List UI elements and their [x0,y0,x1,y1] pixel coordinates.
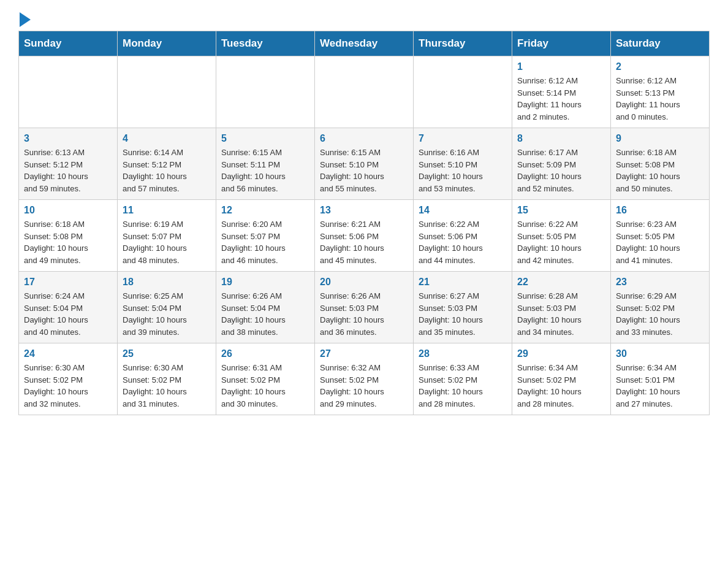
calendar-cell: 12Sunrise: 6:20 AM Sunset: 5:07 PM Dayli… [216,200,315,272]
day-info: Sunrise: 6:20 AM Sunset: 5:07 PM Dayligh… [221,218,309,266]
day-info: Sunrise: 6:28 AM Sunset: 5:03 PM Dayligh… [517,290,605,338]
calendar-cell: 20Sunrise: 6:26 AM Sunset: 5:03 PM Dayli… [315,272,414,343]
calendar-week-4: 17Sunrise: 6:24 AM Sunset: 5:04 PM Dayli… [19,272,710,343]
calendar-table: SundayMondayTuesdayWednesdayThursdayFrid… [18,31,710,415]
day-number: 15 [517,205,605,216]
day-info: Sunrise: 6:14 AM Sunset: 5:12 PM Dayligh… [123,147,211,194]
logo [18,12,31,25]
day-info: Sunrise: 6:32 AM Sunset: 5:02 PM Dayligh… [320,362,408,410]
calendar-cell: 22Sunrise: 6:28 AM Sunset: 5:03 PM Dayli… [512,272,611,343]
day-info: Sunrise: 6:29 AM Sunset: 5:02 PM Dayligh… [616,290,704,338]
calendar-cell: 30Sunrise: 6:34 AM Sunset: 5:01 PM Dayli… [611,343,710,415]
calendar-cell: 15Sunrise: 6:22 AM Sunset: 5:05 PM Dayli… [512,200,611,272]
day-info: Sunrise: 6:18 AM Sunset: 5:08 PM Dayligh… [616,147,704,194]
day-number: 2 [616,61,704,72]
calendar-cell: 21Sunrise: 6:27 AM Sunset: 5:03 PM Dayli… [414,272,512,343]
day-number: 14 [419,205,507,216]
weekday-header-row: SundayMondayTuesdayWednesdayThursdayFrid… [19,31,710,56]
calendar-week-1: 1Sunrise: 6:12 AM Sunset: 5:14 PM Daylig… [19,56,710,128]
day-number: 24 [24,348,112,359]
calendar-cell: 14Sunrise: 6:22 AM Sunset: 5:06 PM Dayli… [414,200,512,272]
day-number: 9 [616,133,704,144]
calendar-week-5: 24Sunrise: 6:30 AM Sunset: 5:02 PM Dayli… [19,343,710,415]
calendar-week-3: 10Sunrise: 6:18 AM Sunset: 5:08 PM Dayli… [19,200,710,272]
calendar-cell: 11Sunrise: 6:19 AM Sunset: 5:07 PM Dayli… [118,200,216,272]
calendar-week-2: 3Sunrise: 6:13 AM Sunset: 5:12 PM Daylig… [19,128,710,200]
weekday-header-saturday: Saturday [611,31,710,56]
day-info: Sunrise: 6:34 AM Sunset: 5:02 PM Dayligh… [517,362,605,410]
calendar-cell: 19Sunrise: 6:26 AM Sunset: 5:04 PM Dayli… [216,272,315,343]
day-info: Sunrise: 6:27 AM Sunset: 5:03 PM Dayligh… [419,290,507,338]
calendar-cell: 10Sunrise: 6:18 AM Sunset: 5:08 PM Dayli… [19,200,118,272]
calendar-cell: 18Sunrise: 6:25 AM Sunset: 5:04 PM Dayli… [118,272,216,343]
calendar-cell: 17Sunrise: 6:24 AM Sunset: 5:04 PM Dayli… [19,272,118,343]
calendar-cell: 9Sunrise: 6:18 AM Sunset: 5:08 PM Daylig… [611,128,710,200]
day-number: 18 [123,277,211,288]
day-number: 19 [221,277,309,288]
logo-arrow-icon [20,12,31,27]
day-info: Sunrise: 6:22 AM Sunset: 5:06 PM Dayligh… [419,218,507,266]
day-number: 7 [419,133,507,144]
calendar-cell: 24Sunrise: 6:30 AM Sunset: 5:02 PM Dayli… [19,343,118,415]
calendar-cell: 29Sunrise: 6:34 AM Sunset: 5:02 PM Dayli… [512,343,611,415]
day-info: Sunrise: 6:34 AM Sunset: 5:01 PM Dayligh… [616,362,704,410]
day-number: 30 [616,348,704,359]
day-info: Sunrise: 6:24 AM Sunset: 5:04 PM Dayligh… [24,290,112,338]
calendar-cell: 2Sunrise: 6:12 AM Sunset: 5:13 PM Daylig… [611,56,710,128]
weekday-header-sunday: Sunday [19,31,118,56]
calendar-cell: 8Sunrise: 6:17 AM Sunset: 5:09 PM Daylig… [512,128,611,200]
calendar-cell: 26Sunrise: 6:31 AM Sunset: 5:02 PM Dayli… [216,343,315,415]
day-number: 17 [24,277,112,288]
day-number: 5 [221,133,309,144]
calendar-cell: 25Sunrise: 6:30 AM Sunset: 5:02 PM Dayli… [118,343,216,415]
day-number: 22 [517,277,605,288]
calendar-cell: 1Sunrise: 6:12 AM Sunset: 5:14 PM Daylig… [512,56,611,128]
weekday-header-friday: Friday [512,31,611,56]
day-number: 8 [517,133,605,144]
day-number: 6 [320,133,408,144]
calendar-cell: 3Sunrise: 6:13 AM Sunset: 5:12 PM Daylig… [19,128,118,200]
day-number: 4 [123,133,211,144]
day-info: Sunrise: 6:12 AM Sunset: 5:13 PM Dayligh… [616,75,704,123]
day-number: 3 [24,133,112,144]
calendar-cell: 28Sunrise: 6:33 AM Sunset: 5:02 PM Dayli… [414,343,512,415]
day-info: Sunrise: 6:21 AM Sunset: 5:06 PM Dayligh… [320,218,408,266]
day-info: Sunrise: 6:26 AM Sunset: 5:04 PM Dayligh… [221,290,309,338]
calendar-cell: 16Sunrise: 6:23 AM Sunset: 5:05 PM Dayli… [611,200,710,272]
day-info: Sunrise: 6:26 AM Sunset: 5:03 PM Dayligh… [320,290,408,338]
calendar-cell: 13Sunrise: 6:21 AM Sunset: 5:06 PM Dayli… [315,200,414,272]
day-number: 16 [616,205,704,216]
day-info: Sunrise: 6:30 AM Sunset: 5:02 PM Dayligh… [123,362,211,410]
calendar-cell [216,56,315,128]
weekday-header-monday: Monday [118,31,216,56]
weekday-header-wednesday: Wednesday [315,31,414,56]
day-number: 23 [616,277,704,288]
calendar-cell: 27Sunrise: 6:32 AM Sunset: 5:02 PM Dayli… [315,343,414,415]
day-number: 25 [123,348,211,359]
weekday-header-thursday: Thursday [414,31,512,56]
day-info: Sunrise: 6:25 AM Sunset: 5:04 PM Dayligh… [123,290,211,338]
day-info: Sunrise: 6:19 AM Sunset: 5:07 PM Dayligh… [123,218,211,266]
calendar-cell: 7Sunrise: 6:16 AM Sunset: 5:10 PM Daylig… [414,128,512,200]
calendar-cell [414,56,512,128]
calendar-cell: 6Sunrise: 6:15 AM Sunset: 5:10 PM Daylig… [315,128,414,200]
day-number: 28 [419,348,507,359]
day-info: Sunrise: 6:33 AM Sunset: 5:02 PM Dayligh… [419,362,507,410]
day-number: 21 [419,277,507,288]
day-number: 12 [221,205,309,216]
day-number: 26 [221,348,309,359]
day-info: Sunrise: 6:22 AM Sunset: 5:05 PM Dayligh… [517,218,605,266]
day-info: Sunrise: 6:15 AM Sunset: 5:11 PM Dayligh… [221,147,309,194]
calendar-cell: 5Sunrise: 6:15 AM Sunset: 5:11 PM Daylig… [216,128,315,200]
day-info: Sunrise: 6:18 AM Sunset: 5:08 PM Dayligh… [24,218,112,266]
calendar-cell [315,56,414,128]
day-number: 1 [517,61,605,72]
day-info: Sunrise: 6:15 AM Sunset: 5:10 PM Dayligh… [320,147,408,194]
page-header [18,12,710,25]
day-number: 10 [24,205,112,216]
calendar-cell [19,56,118,128]
day-info: Sunrise: 6:31 AM Sunset: 5:02 PM Dayligh… [221,362,309,410]
weekday-header-tuesday: Tuesday [216,31,315,56]
calendar-cell: 23Sunrise: 6:29 AM Sunset: 5:02 PM Dayli… [611,272,710,343]
day-number: 20 [320,277,408,288]
